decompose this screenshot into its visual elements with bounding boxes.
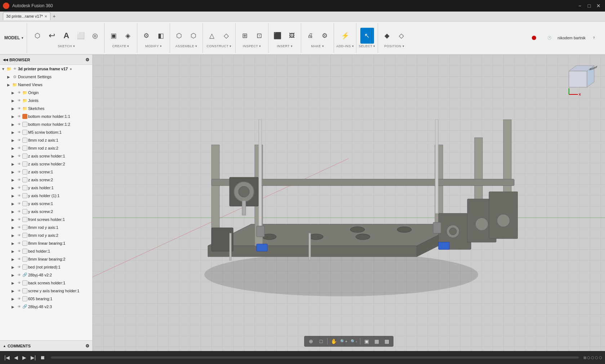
sketch-rect-btn[interactable]: ⬜ [74,28,88,44]
text-btn[interactable]: A [59,28,73,44]
tree-item-3[interactable]: ▶ 👁 8mm rod z axis:1 [0,136,92,144]
browser-content[interactable]: ▼ 📁 👁 3d printer prusa frame v17 ● ▶ ⚙ D… [0,65,92,340]
position-btn1[interactable]: ◆ [380,28,394,44]
tree-item-19[interactable]: ▶ 👁 bed (not printed):1 [0,263,92,271]
create-btn2[interactable]: ◈ [121,28,135,44]
anim-goto-end[interactable]: ▶| [29,354,37,361]
addins-btn1[interactable]: ⚡ [338,28,352,44]
comments-settings-icon[interactable]: ⚙ [85,343,89,349]
tree-item-15[interactable]: ▶ 👁 8mm rod y axis:2 [0,231,92,239]
tree-item-23[interactable]: ▶ 👁 605 bearing:1 [0,295,92,303]
tree-item-21[interactable]: ▶ 👁 back screws holder:1 [0,279,92,287]
anim-play[interactable]: ▶ [21,354,28,361]
tree-item-16[interactable]: ▶ 👁 8mm linear bearing:1 [0,239,92,247]
insert-icon1: ⬛ [273,32,281,39]
tab-close-button[interactable]: ✕ [44,14,47,18]
close-button[interactable]: ✕ [595,2,602,9]
tree-item-7[interactable]: ▶ 👁 z axis screw:1 [0,168,92,176]
comments-panel[interactable]: ▲ COMMENTS ⚙ [0,340,92,351]
joints-eye-icon: 👁 [17,98,22,103]
comments-collapse-icon[interactable]: ▲ [3,344,6,348]
anim-track[interactable] [51,356,579,359]
tree-item-5[interactable]: ▶ 👁 z axis screw holder:1 [0,152,92,160]
inspect-btn2[interactable]: ⊡ [252,28,266,44]
anim-stop[interactable]: ⏹ [39,354,46,361]
fit-btn[interactable]: □ [316,337,326,346]
tab-main[interactable]: 3d printe...rame v17* ✕ [3,12,50,20]
tree-item-sketches[interactable]: ▶ 👁 📁 Sketches [0,105,92,112]
clock-btn[interactable]: 🕐 [542,30,556,46]
sketch-circle-btn[interactable]: ◎ [88,28,102,44]
tree-item-24[interactable]: ▶ 👁 🔗 28byj-48 v2:3 [0,303,92,311]
anim-prev[interactable]: ◀ [13,354,19,361]
tree-root[interactable]: ▼ 📁 👁 3d printer prusa frame v17 ● [0,65,92,73]
make-btn1[interactable]: 🖨 [303,28,317,44]
bottom-tool-icon4[interactable]: ⬡ [595,356,598,360]
modify-btn1[interactable]: ⚙ [139,28,153,44]
insert-btn1[interactable]: ⬛ [271,28,284,44]
display-mode-btn1[interactable]: ▣ [362,337,371,346]
record-btn[interactable] [527,30,541,46]
minimize-button[interactable]: − [576,2,583,9]
undo-btn[interactable]: ↩ [45,28,59,44]
construct-btn1[interactable]: △ [205,28,219,44]
sketch-create-btn[interactable]: ⬡ [31,28,44,44]
item21-label: back screws holder:1 [28,281,65,285]
create-btn1[interactable]: ▣ [107,28,120,44]
display-mode-btn2[interactable]: ▦ [372,337,381,346]
browser-settings-icon[interactable]: ⚙ [85,57,89,62]
model-selector[interactable]: MODEL ▼ [1,23,27,53]
snap-btn[interactable]: ⊕ [306,337,316,346]
titlebar-right[interactable]: − □ ✕ [576,2,602,9]
tree-item-8[interactable]: ▶ 👁 z axis screw:2 [0,176,92,184]
position-btn2[interactable]: ◇ [395,28,408,44]
tree-item-10[interactable]: ▶ 👁 y axis holder (1):1 [0,192,92,200]
display-mode-btn3[interactable]: ▩ [382,337,391,346]
tree-item-2[interactable]: ▶ 👁 M5 screw bottom:1 [0,128,92,136]
tree-item-named-views[interactable]: ▶ 📁 Named Views [0,81,92,89]
zoom-in-btn[interactable]: 🔍+ [339,337,348,346]
insert-btn2[interactable]: 🖼 [285,28,299,44]
construct-btn2[interactable]: ◇ [219,28,233,44]
bottom-tool-icon2[interactable]: ⬡ [587,356,590,360]
inspect-btn1[interactable]: ⊞ [238,28,252,44]
tree-item-17[interactable]: ▶ 👁 bed holder:1 [0,247,92,255]
assemble-btn1[interactable]: ⬡ [172,28,186,44]
tree-item-11[interactable]: ▶ 👁 y axis screw:1 [0,200,92,208]
tree-item-14[interactable]: ▶ 👁 8mm rod y axis:1 [0,223,92,231]
bottom-tool-icon[interactable]: ⊞ [583,356,586,360]
item10-eye-icon: 👁 [17,193,22,198]
tab-add-button[interactable]: + [51,13,57,19]
item15-label: 8mm rod y axis:2 [28,233,58,238]
zoom-out-btn[interactable]: 🔍- [349,337,359,346]
help-btn[interactable]: ? [587,30,601,46]
tree-item-9[interactable]: ▶ 👁 y axis holder:1 [0,184,92,192]
modify-btn2[interactable]: ◧ [154,28,168,44]
tree-item-20[interactable]: ▶ 👁 🔗 28byj-48 v2:2 [0,271,92,279]
assemble-btn2[interactable]: ⬡ [187,28,200,44]
root-eye-icon: 👁 [12,66,17,71]
pan-btn[interactable]: ✋ [329,337,338,346]
make-btn2[interactable]: ⚙ [318,28,332,44]
tree-item-origin[interactable]: ▶ 👁 📁 Origin [0,89,92,97]
tree-item-0[interactable]: ▶ 👁 bottom motor holder:1:1 [0,112,92,120]
viewcube[interactable]: RIGHT X [564,60,600,96]
tree-item-joints[interactable]: ▶ 👁 📁 Joints [0,97,92,105]
create-icon2: ◈ [125,32,130,39]
bottom-tool-icon3[interactable]: ⬡ [591,356,594,360]
tree-item-4[interactable]: ▶ 👁 8mm rod z axis:2 [0,144,92,152]
tree-item-18[interactable]: ▶ 👁 8mm linear bearing:2 [0,255,92,263]
anim-goto-start[interactable]: |◀ [3,354,11,361]
tree-item-13[interactable]: ▶ 👁 front screws holder:1 [0,216,92,223]
browser-collapse-icon[interactable]: ◀◀ [3,58,8,62]
tree-item-12[interactable]: ▶ 👁 y axis screw:2 [0,208,92,216]
select-btn1[interactable]: ↖ [360,28,374,44]
maximize-button[interactable]: □ [586,2,593,9]
bottom-tool-icon5[interactable]: ⬡ [599,356,602,360]
item3-component-icon [22,138,27,143]
viewport[interactable]: RIGHT X ⊕ □ ✋ 🔍+ 🔍- ▣ ▦ ▩ [93,55,605,351]
tree-item-22[interactable]: ▶ 👁 screw y axis bearing holder:1 [0,287,92,295]
tree-item-doc-settings[interactable]: ▶ ⚙ Document Settings [0,73,92,81]
tree-item-1[interactable]: ▶ 👁 bottom motor holder:1:2 [0,120,92,128]
tree-item-6[interactable]: ▶ 👁 z axis screw holder:2 [0,160,92,168]
